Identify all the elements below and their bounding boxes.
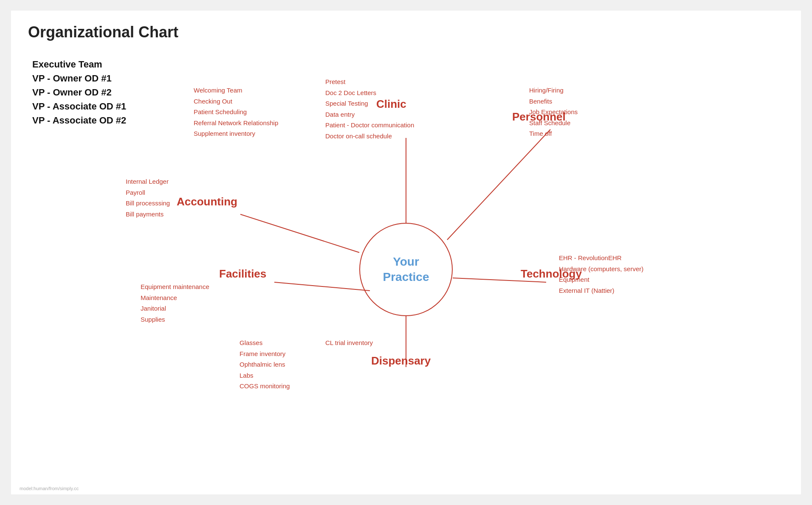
center-circle-text: YourPractice: [383, 254, 429, 285]
personnel-item-1: Hiring/Firing: [529, 85, 578, 96]
clinic-item-4: Referral Network Relationship: [194, 118, 278, 129]
dispensary-item-5: COGS monitoring: [240, 381, 290, 392]
facilities-item-2: Maintenance: [141, 292, 209, 303]
accounting-item-3: Bill processsing: [126, 198, 170, 209]
clinic-sub-items: Welcoming Team Checking Out Patient Sche…: [194, 85, 278, 139]
technology-item-1: EHR - RevolutionEHR: [559, 252, 643, 264]
accounting-sub-items: Internal Ledger Payroll Bill processsing…: [126, 176, 170, 219]
accounting-item-1: Internal Ledger: [126, 176, 170, 187]
clinic-r-item-4: Data entry: [325, 109, 414, 120]
facilities-item-3: Janitorial: [141, 303, 209, 314]
clinic-r-item-2: Doc 2 Doc Letters: [325, 87, 414, 98]
chart-area: YourPractice Clinic Welcoming Team Check…: [11, 45, 801, 494]
accounting-item-2: Payroll: [126, 187, 170, 198]
personnel-item-4: Staff Schedule: [529, 118, 578, 129]
clinic-item-3: Patient Scheduling: [194, 107, 278, 118]
technology-item-4: External IT (Nattier): [559, 285, 643, 296]
personnel-sub-items: Hiring/Firing Benefits Job Expectations …: [529, 85, 578, 139]
technology-item-3: Equipment: [559, 274, 643, 285]
personnel-item-3: Job Expectations: [529, 107, 578, 118]
center-circle: YourPractice: [359, 223, 453, 316]
svg-line-4: [274, 282, 370, 291]
clinic-r-item-3: Special Testing: [325, 98, 414, 109]
facilities-item-1: Equipment maintenance: [141, 281, 209, 292]
page-container: Organizational Chart Executive Team VP -…: [11, 11, 801, 494]
clinic-item-2: Checking Out: [194, 96, 278, 107]
clinic-r-item-5: Patient - Doctor communication: [325, 120, 414, 131]
technology-item-2: Hardware (computers, server): [559, 264, 643, 275]
watermark: model:human/from/simply.cc: [20, 486, 79, 491]
svg-line-2: [240, 214, 359, 252]
dispensary-item-4: Labs: [240, 370, 290, 381]
dispensary-label: Dispensary: [371, 354, 431, 368]
dispensary-item-1: Glasses: [240, 337, 290, 348]
facilities-sub-items: Equipment maintenance Maintenance Janito…: [141, 281, 209, 325]
dispensary-r-item-1: CL trial inventory: [325, 337, 373, 348]
dispensary-item-2: Frame inventory: [240, 348, 290, 359]
accounting-label: Accounting: [177, 195, 237, 208]
svg-line-1: [447, 129, 550, 240]
facilities-label: Facilities: [219, 267, 266, 281]
personnel-item-5: Time off: [529, 128, 578, 139]
dispensary-left-sub-items: Glasses Frame inventory Ophthalmic lens …: [240, 337, 290, 392]
clinic-r-item-1: Pretest: [325, 76, 414, 87]
clinic-right-sub-items: Pretest Doc 2 Doc Letters Special Testin…: [325, 76, 414, 141]
clinic-r-item-6: Doctor on-call schedule: [325, 131, 414, 142]
page-title: Organizational Chart: [28, 23, 784, 41]
accounting-item-4: Bill payments: [126, 209, 170, 220]
personnel-item-2: Benefits: [529, 96, 578, 107]
clinic-item-5: Supplement inventory: [194, 128, 278, 139]
clinic-item-1: Welcoming Team: [194, 85, 278, 96]
dispensary-item-3: Ophthalmic lens: [240, 359, 290, 370]
technology-sub-items: EHR - RevolutionEHR Hardware (computers,…: [559, 252, 643, 296]
dispensary-right-sub-items: CL trial inventory: [325, 337, 373, 348]
facilities-item-4: Supplies: [141, 314, 209, 325]
